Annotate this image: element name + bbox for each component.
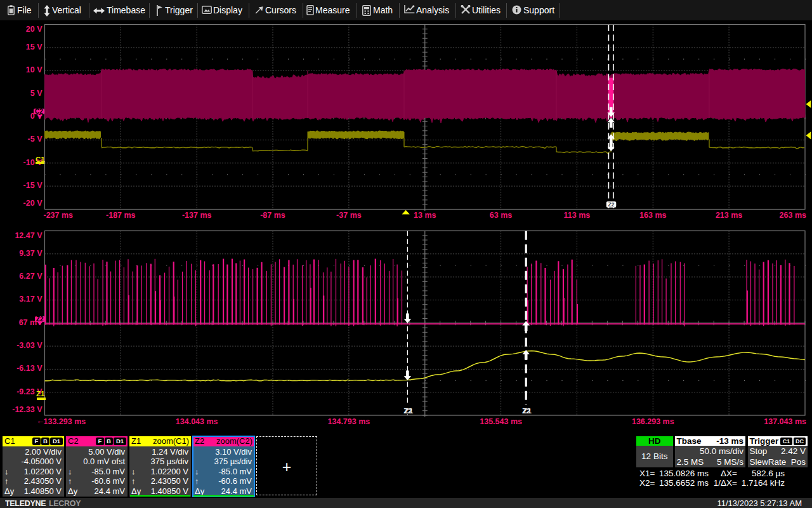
svg-text:Z2: Z2 (608, 201, 615, 208)
svg-text:Z1: Z1 (405, 407, 414, 415)
svg-text:Z1: Z1 (523, 407, 532, 415)
